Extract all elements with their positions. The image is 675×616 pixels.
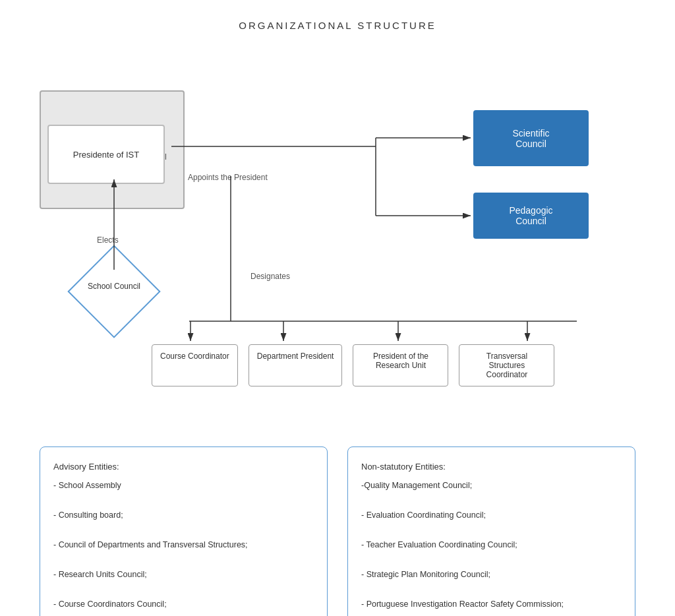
- pedagogic-council-label: PedagogicCouncil: [509, 205, 552, 226]
- diagram-area: Management Council Presidente of IST Sch…: [0, 38, 675, 427]
- advisory-item-2: - Consulting board;: [53, 508, 314, 523]
- nonstatutory-item-4: - Strategic Plan Monitoring Council;: [361, 567, 622, 582]
- role-boxes: Course Coordinator Department President …: [152, 344, 554, 386]
- nonstatutory-items: -Quality Management Council; - Evaluatio…: [361, 478, 622, 612]
- role-box-transversal: Transversal Structures Coordinator: [459, 344, 554, 386]
- school-council-diamond: School Council: [71, 249, 157, 334]
- nonstatutory-item-3: - Teacher Evaluation Coordinating Counci…: [361, 538, 622, 553]
- advisory-item-1: - School Assembly: [53, 478, 314, 493]
- advisory-title: Advisory Entities:: [53, 459, 314, 474]
- role-box-course-coordinator: Course Coordinator: [152, 344, 238, 386]
- role-label-0: Course Coordinator: [160, 352, 229, 361]
- scientific-council-label: ScientificCouncil: [512, 128, 549, 149]
- nonstatutory-item-1: -Quality Management Council;: [361, 478, 622, 493]
- role-label-2: President of the Research Unit: [373, 352, 428, 370]
- advisory-item-5: - Course Coordinators Council;: [53, 597, 314, 612]
- nonstatutory-item-5: - Portuguese Investigation Reactor Safet…: [361, 597, 622, 612]
- appoints-label: Appoints the President: [188, 173, 268, 182]
- presidente-box: Presidente of IST: [47, 125, 165, 184]
- scientific-council-box: ScientificCouncil: [473, 110, 589, 166]
- nonstatutory-title: Non-statutory Entities:: [361, 459, 622, 474]
- advisory-items: - School Assembly - Consulting board; - …: [53, 478, 314, 616]
- pedagogic-council-box: PedagogicCouncil: [473, 193, 589, 239]
- nonstatutory-box: Non-statutory Entities: -Quality Managem…: [347, 447, 635, 616]
- school-council-label: School Council: [71, 282, 157, 291]
- presidente-label: Presidente of IST: [73, 150, 139, 160]
- designates-label: Designates: [250, 272, 290, 281]
- info-section: Advisory Entities: - School Assembly - C…: [0, 433, 675, 616]
- role-label-1: Department President: [257, 352, 334, 361]
- management-council-box: Management Council Presidente of IST: [40, 90, 185, 209]
- role-label-3: Transversal Structures Coordinator: [486, 352, 528, 379]
- nonstatutory-item-2: - Evaluation Coordinating Council;: [361, 508, 622, 523]
- advisory-box: Advisory Entities: - School Assembly - C…: [40, 447, 328, 616]
- advisory-item-4: - Research Units Council;: [53, 567, 314, 582]
- page-title: ORGANIZATIONAL STRUCTURE: [0, 0, 675, 31]
- role-box-research-president: President of the Research Unit: [353, 344, 448, 386]
- role-box-dept-president: Department President: [249, 344, 343, 386]
- elects-label: Elects: [97, 235, 119, 245]
- advisory-item-3: - Council of Departments and Transversal…: [53, 538, 314, 553]
- diamond-shape: [67, 245, 160, 338]
